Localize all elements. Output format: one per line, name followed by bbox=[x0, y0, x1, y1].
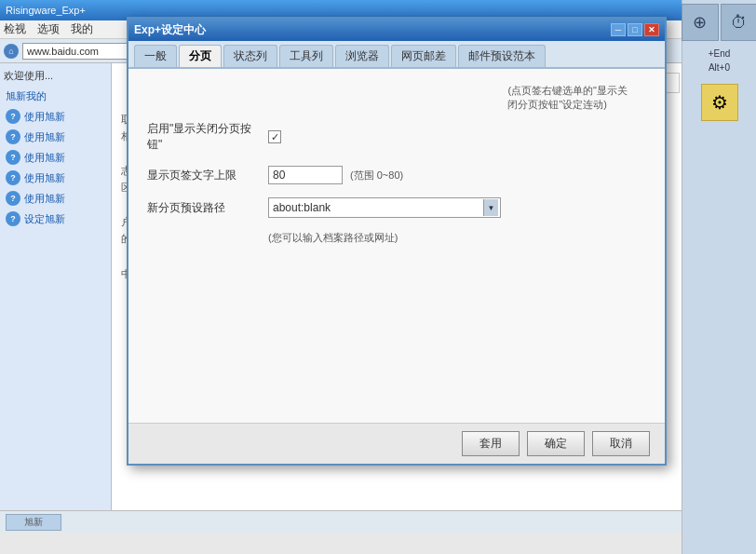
text-input-label: 显示页签文字上限 bbox=[147, 168, 259, 183]
apply-button[interactable]: 套用 bbox=[462, 431, 520, 456]
tab-pages[interactable]: 分页 bbox=[179, 45, 222, 67]
select-value: about:blank bbox=[273, 201, 331, 214]
text-input-control-area: (范围 0~80) bbox=[268, 166, 646, 184]
checkbox-control-area bbox=[268, 130, 646, 143]
new-tab-path-select[interactable]: about:blank ▼ bbox=[268, 197, 501, 218]
enable-close-tab-checkbox[interactable] bbox=[268, 130, 281, 143]
dialog-overlay: Exp+设定中心 ─ □ ✕ 一般 分页 状态列 工具列 浏览器 网页邮差 邮件… bbox=[0, 0, 756, 554]
top-note-text: (点页签右键选单的"显示关 闭分页按钮"设定连动) bbox=[507, 84, 628, 112]
tab-statusbar[interactable]: 状态列 bbox=[223, 45, 277, 67]
tab-toolbar[interactable]: 工具列 bbox=[279, 45, 333, 67]
select-arrow-icon: ▼ bbox=[483, 199, 498, 216]
dialog-titlebar: Exp+设定中心 ─ □ ✕ bbox=[128, 19, 665, 41]
dialog-min-button[interactable]: ─ bbox=[611, 23, 626, 36]
tab-mailtemplate[interactable]: 邮件预设范本 bbox=[458, 45, 546, 67]
checkbox-label: 启用"显示关闭分页按钮" bbox=[147, 121, 259, 153]
dialog-max-button[interactable]: □ bbox=[628, 23, 642, 36]
text-input-row: 显示页签文字上限 (范围 0~80) bbox=[147, 166, 646, 184]
dialog-close-button[interactable]: ✕ bbox=[644, 23, 659, 36]
sub-note: (您可以输入档案路径或网址) bbox=[147, 231, 646, 245]
tab-label-limit-input[interactable] bbox=[268, 166, 343, 184]
top-note-row: (点页签右键选单的"显示关 闭分页按钮"设定连动) bbox=[147, 84, 646, 112]
ok-button[interactable]: 确定 bbox=[527, 431, 585, 456]
settings-dialog: Exp+设定中心 ─ □ ✕ 一般 分页 状态列 工具列 浏览器 网页邮差 邮件… bbox=[127, 17, 667, 466]
dialog-title-buttons: ─ □ ✕ bbox=[611, 23, 659, 36]
dialog-content: (点页签右键选单的"显示关 闭分页按钮"设定连动) 启用"显示关闭分页按钮" 显… bbox=[128, 69, 665, 423]
select-control-area: about:blank ▼ bbox=[268, 197, 646, 218]
tab-webmail[interactable]: 网页邮差 bbox=[391, 45, 456, 67]
tab-browser[interactable]: 浏览器 bbox=[335, 45, 389, 67]
checkbox-row: 启用"显示关闭分页按钮" bbox=[147, 121, 646, 153]
tab-general[interactable]: 一般 bbox=[134, 45, 177, 67]
text-input-hint: (范围 0~80) bbox=[350, 169, 403, 182]
dialog-title: Exp+设定中心 bbox=[134, 22, 611, 38]
select-label: 新分页预设路径 bbox=[147, 200, 259, 216]
dialog-tabs: 一般 分页 状态列 工具列 浏览器 网页邮差 邮件预设范本 bbox=[128, 41, 665, 69]
select-row: 新分页预设路径 about:blank ▼ bbox=[147, 197, 646, 218]
cancel-button[interactable]: 取消 bbox=[592, 431, 650, 456]
dialog-footer: 套用 确定 取消 bbox=[128, 423, 665, 464]
